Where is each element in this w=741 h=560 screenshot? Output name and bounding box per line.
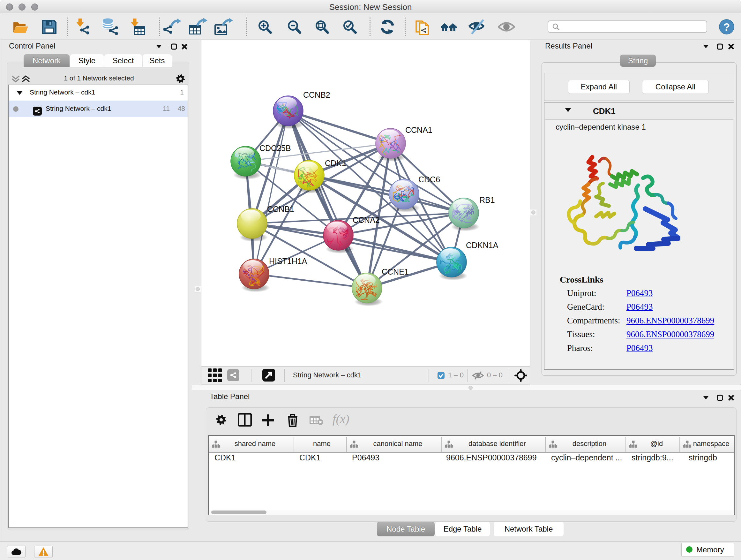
svg-text:?: ? bbox=[724, 21, 730, 33]
